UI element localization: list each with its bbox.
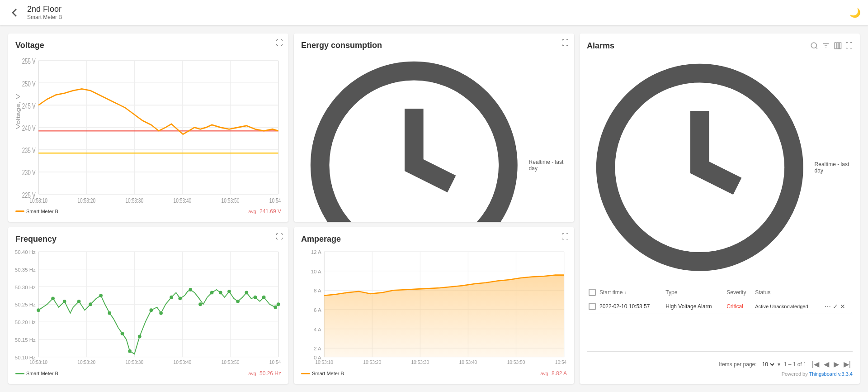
- frequency-title: Frequency: [15, 234, 281, 244]
- alarms-columns-button[interactable]: [834, 41, 842, 51]
- voltage-svg: 255 V 250 V 245 V 240 V 235 V 230 V 225 …: [15, 52, 281, 206]
- svg-text:10:54:00: 10:54:00: [269, 196, 281, 205]
- frequency-avg-label: avg: [248, 371, 256, 376]
- svg-point-112: [51, 296, 55, 300]
- amperage-svg: 12 A 10 A 8 A 6 A 4 A 2 A 0 A 10:53:10 1…: [301, 246, 567, 368]
- svg-text:50.10 Hz: 50.10 Hz: [15, 354, 36, 360]
- svg-text:10:53:30: 10:53:30: [125, 360, 143, 365]
- amperage-card: Amperage ⛶ 12 A 10 A: [294, 227, 574, 384]
- svg-text:10:54:00: 10:54:00: [555, 360, 567, 365]
- svg-point-113: [63, 299, 66, 303]
- powered-by-text: Powered by: [782, 371, 809, 377]
- svg-text:0 A: 0 A: [314, 354, 321, 360]
- svg-point-126: [198, 302, 202, 306]
- svg-point-125: [189, 288, 192, 292]
- row-checkbox-cell: [587, 299, 598, 314]
- per-page-select[interactable]: 10 25 50: [760, 361, 776, 368]
- amperage-avg-value: 8.82 A: [552, 370, 567, 377]
- pagination-row: Items per page: 10 25 50 ▾ 1 – 1 of 1 |◀…: [587, 359, 853, 369]
- svg-text:10:53:10: 10:53:10: [315, 360, 333, 365]
- prev-page-button[interactable]: ◀: [822, 359, 831, 369]
- voltage-avg: avg 241.69 V: [248, 208, 281, 215]
- svg-rect-82: [837, 43, 839, 49]
- svg-text:10:54:00: 10:54:00: [269, 360, 281, 365]
- svg-text:Voltage, V: Voltage, V: [15, 94, 21, 129]
- amperage-title: Amperage: [301, 234, 567, 244]
- frequency-card: Frequency ⛶ 50.40 Hz 5: [8, 227, 288, 384]
- svg-text:245 V: 245 V: [22, 102, 36, 110]
- alarms-subtitle: Realtime - last day: [587, 54, 853, 281]
- svg-point-133: [262, 295, 266, 299]
- items-per-page-control: 10 25 50 ▾: [760, 361, 780, 368]
- col-start-time[interactable]: Start time ↓: [598, 286, 664, 299]
- col-severity[interactable]: Severity: [725, 286, 753, 299]
- voltage-expand-icon[interactable]: ⛶: [276, 39, 283, 47]
- alarm-clock-icon: [587, 54, 813, 281]
- voltage-avg-value: 241.69 V: [259, 208, 281, 215]
- svg-line-77: [816, 47, 817, 48]
- thingsboard-link[interactable]: Thingsboard v.3.3.4: [809, 371, 853, 377]
- frequency-legend-label: Smart Meter B: [26, 371, 58, 376]
- svg-text:10:53:10: 10:53:10: [29, 360, 47, 365]
- svg-point-76: [811, 43, 816, 48]
- col-status-label: Status: [755, 289, 770, 296]
- svg-point-135: [277, 302, 280, 306]
- page-info: 1 – 1 of 1: [784, 361, 807, 368]
- voltage-legend-color: [15, 210, 24, 212]
- amperage-avg-label: avg: [540, 371, 548, 376]
- amperage-expand-icon[interactable]: ⛶: [561, 233, 569, 241]
- page-subtitle: Smart Meter B: [27, 14, 62, 20]
- row-checkbox[interactable]: [589, 303, 596, 310]
- alarm-status-value: Active Unacknowledged: [755, 304, 808, 309]
- frequency-expand-icon[interactable]: ⛶: [276, 233, 283, 241]
- powered-by: Powered by Thingsboard v.3.3.4: [587, 371, 853, 377]
- svg-point-118: [121, 332, 124, 335]
- header-left: 2nd Floor Smart Meter B: [7, 5, 62, 20]
- first-page-button[interactable]: |◀: [810, 359, 821, 369]
- next-page-button[interactable]: ▶: [832, 359, 841, 369]
- svg-point-115: [89, 302, 92, 306]
- svg-text:10:53:30: 10:53:30: [125, 196, 143, 205]
- main-grid: Voltage ⛶ 255 V 250 V: [0, 25, 868, 392]
- voltage-avg-label: avg: [248, 209, 256, 214]
- alarm-type-value: High Voltage Alarm: [665, 303, 712, 310]
- voltage-card: Voltage ⛶ 255 V 250 V: [8, 33, 288, 222]
- energy-expand-icon[interactable]: ⛶: [561, 39, 569, 47]
- svg-text:10:53:20: 10:53:20: [77, 360, 95, 365]
- clock-icon: [301, 52, 527, 222]
- col-status[interactable]: Status: [753, 286, 823, 299]
- amperage-avg: avg 8.82 A: [540, 370, 567, 377]
- col-type[interactable]: Type: [664, 286, 725, 299]
- alarm-acknowledge-button[interactable]: ✓: [833, 303, 838, 310]
- svg-text:10:53:50: 10:53:50: [507, 360, 525, 365]
- sort-arrow-icon: ↓: [624, 290, 627, 295]
- alarms-expand-button[interactable]: ⛶: [845, 41, 853, 51]
- voltage-title: Voltage: [15, 41, 281, 50]
- svg-text:12 A: 12 A: [311, 249, 321, 255]
- svg-point-129: [227, 290, 231, 293]
- svg-point-120: [138, 335, 142, 338]
- table-row: 2022-02-10 10:53:57 High Voltage Alarm C…: [587, 299, 853, 314]
- select-all-checkbox[interactable]: [589, 289, 596, 296]
- alarms-header: Alarms ⛶: [587, 41, 853, 51]
- svg-text:50.25 Hz: 50.25 Hz: [15, 302, 36, 307]
- back-button[interactable]: [7, 5, 22, 20]
- alarm-status: Active Unacknowledged: [753, 299, 823, 314]
- dropdown-arrow-icon: ▾: [778, 361, 780, 368]
- col-start-time-label: Start time: [599, 289, 623, 296]
- svg-point-111: [37, 308, 40, 312]
- svg-rect-81: [835, 43, 836, 49]
- svg-text:10:53:40: 10:53:40: [459, 360, 477, 365]
- amperage-legend-item: Smart Meter B: [301, 371, 344, 376]
- alarms-search-button[interactable]: [810, 41, 818, 51]
- last-page-button[interactable]: ▶|: [842, 359, 853, 369]
- alarms-filter-button[interactable]: [822, 41, 830, 51]
- theme-toggle-icon[interactable]: 🌙: [849, 7, 861, 18]
- page-title: 2nd Floor: [27, 5, 62, 14]
- alarm-severity-value: Critical: [726, 303, 743, 310]
- svg-text:10:53:20: 10:53:20: [363, 360, 381, 365]
- alarm-more-button[interactable]: ⋯: [825, 303, 831, 310]
- alarm-clear-button[interactable]: ✕: [840, 303, 845, 310]
- col-checkbox: [587, 286, 598, 299]
- svg-text:8 A: 8 A: [314, 288, 321, 293]
